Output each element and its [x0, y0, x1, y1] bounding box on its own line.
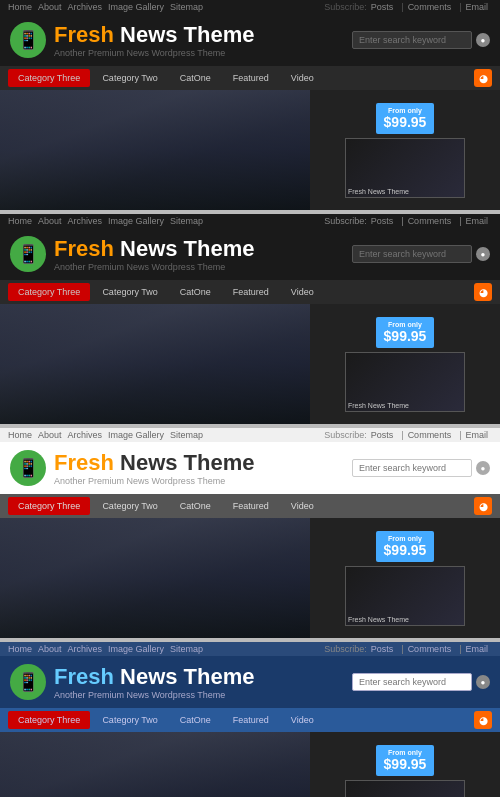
logo-icon: 📱: [10, 450, 46, 486]
rss-icon[interactable]: ◕: [474, 69, 492, 87]
search-button[interactable]: ●: [476, 675, 490, 689]
menu-item-category-three[interactable]: Category Three: [8, 497, 90, 515]
banner-thumbnail: [345, 352, 465, 412]
price-value: $99.95: [384, 542, 427, 558]
theme-header: 📱Fresh News ThemeAnother Premium News Wo…: [0, 656, 500, 708]
banner-thumbnail: [345, 138, 465, 198]
subscribe-link-posts[interactable]: Posts: [371, 430, 394, 440]
search-button[interactable]: ●: [476, 247, 490, 261]
menu-item-video[interactable]: Video: [281, 497, 324, 515]
rss-icon[interactable]: ◕: [474, 283, 492, 301]
divider: |: [459, 430, 461, 440]
nav-link-archives[interactable]: Archives: [68, 2, 103, 12]
menu-item-category-two[interactable]: Category Two: [92, 283, 167, 301]
search-button[interactable]: ●: [476, 33, 490, 47]
divider: |: [401, 430, 403, 440]
search-input[interactable]: [352, 673, 472, 691]
search-input[interactable]: [352, 459, 472, 477]
logo-fresh: Fresh: [54, 450, 114, 475]
search-input[interactable]: [352, 245, 472, 263]
nav-link-home[interactable]: Home: [8, 430, 32, 440]
nav-link-about[interactable]: About: [38, 216, 62, 226]
theme-block-blue: HomeAboutArchivesImage GallerySitemapSub…: [0, 642, 500, 797]
menu-item-category-two[interactable]: Category Two: [92, 497, 167, 515]
nav-link-sitemap[interactable]: Sitemap: [170, 2, 203, 12]
nav-link-image-gallery[interactable]: Image Gallery: [108, 430, 164, 440]
nav-link-archives[interactable]: Archives: [68, 216, 103, 226]
rss-icon[interactable]: ◕: [474, 711, 492, 729]
menu-item-featured[interactable]: Featured: [223, 69, 279, 87]
nav-link-about[interactable]: About: [38, 644, 62, 654]
menu-item-category-two[interactable]: Category Two: [92, 69, 167, 87]
menu-item-video[interactable]: Video: [281, 711, 324, 729]
nav-link-home[interactable]: Home: [8, 2, 32, 12]
logo-text-wrap: Fresh News ThemeAnother Premium News Wor…: [54, 236, 255, 272]
nav-link-image-gallery[interactable]: Image Gallery: [108, 216, 164, 226]
logo-title: Fresh News Theme: [54, 236, 255, 262]
nav-link-archives[interactable]: Archives: [68, 644, 103, 654]
search-button[interactable]: ●: [476, 461, 490, 475]
subscribe-link-email[interactable]: Email: [465, 430, 488, 440]
logo-title: Fresh News Theme: [54, 450, 255, 476]
nav-link-home[interactable]: Home: [8, 216, 32, 226]
divider: |: [459, 644, 461, 654]
subscribe-link-posts[interactable]: Posts: [371, 216, 394, 226]
price-from: From only: [384, 749, 427, 756]
nav-link-sitemap[interactable]: Sitemap: [170, 644, 203, 654]
banner-image: [0, 304, 310, 424]
divider: |: [459, 2, 461, 12]
logo-subtitle: Another Premium News Wordpress Theme: [54, 690, 255, 700]
menu-item-video[interactable]: Video: [281, 283, 324, 301]
menu-item-catone[interactable]: CatOne: [170, 711, 221, 729]
subscribe-link-email[interactable]: Email: [465, 644, 488, 654]
nav-link-archives[interactable]: Archives: [68, 430, 103, 440]
subscribe-link-comments[interactable]: Comments: [408, 216, 452, 226]
logo-text-wrap: Fresh News ThemeAnother Premium News Wor…: [54, 664, 255, 700]
logo-subtitle: Another Premium News Wordpress Theme: [54, 48, 255, 58]
menu-item-category-three[interactable]: Category Three: [8, 711, 90, 729]
subscribe-link-comments[interactable]: Comments: [408, 644, 452, 654]
menu-item-category-three[interactable]: Category Three: [8, 69, 90, 87]
top-nav-right: Subscribe:Posts|Comments|Email: [324, 644, 492, 654]
rss-icon[interactable]: ◕: [474, 497, 492, 515]
search-input[interactable]: [352, 31, 472, 49]
price-badge: From only$99.95: [376, 745, 435, 776]
menu-item-category-two[interactable]: Category Two: [92, 711, 167, 729]
search-area: ●: [352, 31, 490, 49]
subscribe-link-posts[interactable]: Posts: [371, 644, 394, 654]
menu-item-featured[interactable]: Featured: [223, 497, 279, 515]
logo-fresh: Fresh: [54, 22, 114, 47]
logo-icon: 📱: [10, 22, 46, 58]
price-from: From only: [384, 107, 427, 114]
logo-text-wrap: Fresh News ThemeAnother Premium News Wor…: [54, 22, 255, 58]
subscribe-label: Subscribe:: [324, 216, 367, 226]
top-nav: HomeAboutArchivesImage GallerySitemapSub…: [0, 428, 500, 442]
subscribe-link-email[interactable]: Email: [465, 216, 488, 226]
top-nav: HomeAboutArchivesImage GallerySitemapSub…: [0, 214, 500, 228]
subscribe-link-posts[interactable]: Posts: [371, 2, 394, 12]
menu-item-catone[interactable]: CatOne: [170, 497, 221, 515]
menu-item-video[interactable]: Video: [281, 69, 324, 87]
subscribe-link-comments[interactable]: Comments: [408, 430, 452, 440]
subscribe-link-comments[interactable]: Comments: [408, 2, 452, 12]
menu-item-featured[interactable]: Featured: [223, 283, 279, 301]
top-nav-left: HomeAboutArchivesImage GallerySitemap: [8, 216, 209, 226]
menu-item-catone[interactable]: CatOne: [170, 69, 221, 87]
subscribe-link-email[interactable]: Email: [465, 2, 488, 12]
nav-link-about[interactable]: About: [38, 2, 62, 12]
menu-item-category-three[interactable]: Category Three: [8, 283, 90, 301]
nav-link-sitemap[interactable]: Sitemap: [170, 430, 203, 440]
nav-link-sitemap[interactable]: Sitemap: [170, 216, 203, 226]
top-nav-left: HomeAboutArchivesImage GallerySitemap: [8, 430, 209, 440]
main-nav: Category ThreeCategory TwoCatOneFeatured…: [0, 66, 500, 90]
nav-link-about[interactable]: About: [38, 430, 62, 440]
menu-item-featured[interactable]: Featured: [223, 711, 279, 729]
nav-link-image-gallery[interactable]: Image Gallery: [108, 644, 164, 654]
logo-icon: 📱: [10, 664, 46, 700]
top-nav-left: HomeAboutArchivesImage GallerySitemap: [8, 644, 209, 654]
menu-item-catone[interactable]: CatOne: [170, 283, 221, 301]
nav-link-home[interactable]: Home: [8, 644, 32, 654]
banner-area: From only$99.95: [0, 732, 500, 797]
banner-image: [0, 90, 310, 210]
nav-link-image-gallery[interactable]: Image Gallery: [108, 2, 164, 12]
